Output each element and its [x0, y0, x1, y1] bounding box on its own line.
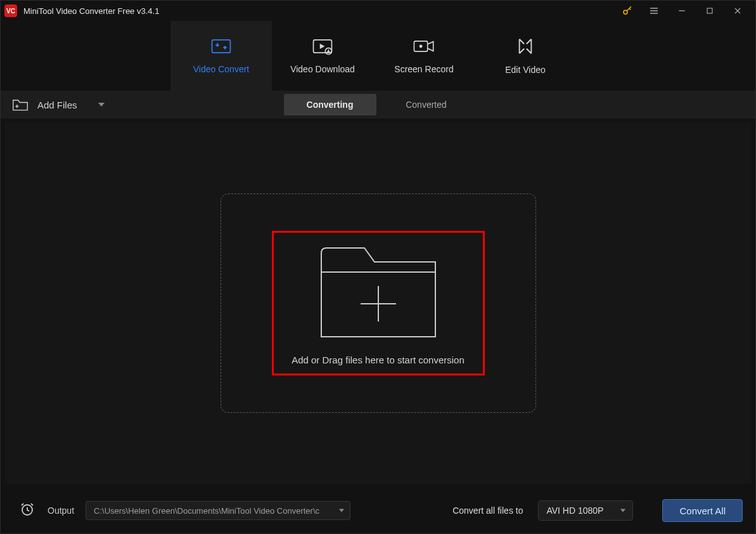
tab-video-convert[interactable]: Video Convert [170, 21, 272, 91]
tab-converting-label: Converting [307, 100, 354, 110]
chevron-down-icon [338, 508, 345, 513]
svg-marker-10 [320, 44, 325, 49]
minimize-button[interactable] [668, 1, 696, 20]
chevron-down-icon [620, 508, 626, 513]
tab-converting[interactable]: Converting [284, 94, 376, 115]
svg-marker-21 [339, 509, 344, 512]
output-label: Output [48, 505, 74, 516]
tab-label: Screen Record [394, 64, 453, 74]
chevron-down-icon [98, 101, 105, 108]
key-icon [622, 5, 633, 16]
add-files-icon [12, 98, 29, 112]
app-logo: VC [4, 4, 17, 17]
format-value: AVI HD 1080P [546, 505, 603, 516]
convert-all-button-label: Convert All [679, 505, 726, 516]
convert-all-button[interactable]: Convert All [662, 499, 743, 522]
maximize-icon [706, 7, 714, 15]
tab-converted-label: Converted [406, 100, 447, 110]
tab-converted[interactable]: Converted [380, 94, 473, 115]
svg-point-13 [420, 45, 423, 48]
maximize-button[interactable] [696, 1, 724, 20]
folder-plus-icon [319, 242, 438, 339]
download-icon [312, 37, 333, 55]
drop-zone-text: Add or Drag files here to start conversi… [292, 355, 464, 365]
tab-label: Video Download [290, 64, 355, 74]
clock-icon [20, 502, 35, 517]
svg-rect-5 [707, 8, 712, 13]
record-icon [413, 37, 435, 55]
add-files-label: Add Files [37, 100, 77, 110]
edit-icon [516, 37, 535, 56]
tab-label: Video Convert [193, 64, 249, 74]
svg-rect-8 [212, 40, 231, 53]
svg-marker-22 [620, 509, 625, 512]
tab-screen-record[interactable]: Screen Record [373, 21, 475, 91]
output-path-dropdown[interactable]: C:\Users\Helen Green\Documents\MiniTool … [86, 501, 350, 520]
minimize-icon [677, 6, 686, 15]
tab-video-download[interactable]: Video Download [272, 21, 373, 91]
app-window: VC MiniTool Video Converter Free v3.4.1 [0, 0, 756, 534]
svg-marker-16 [98, 103, 105, 107]
convert-icon [210, 37, 232, 55]
hamburger-menu-button[interactable] [640, 1, 668, 20]
close-button[interactable] [724, 1, 752, 20]
title-bar: VC MiniTool Video Converter Free v3.4.1 [1, 1, 755, 21]
bottom-bar: Output C:\Users\Helen Green\Documents\Mi… [1, 488, 755, 533]
upgrade-key-button[interactable] [615, 1, 640, 20]
schedule-button[interactable] [20, 502, 35, 519]
drop-zone[interactable]: Add or Drag files here to start conversi… [272, 231, 485, 375]
convert-all-label: Convert all files to [452, 505, 523, 516]
output-format-dropdown[interactable]: AVI HD 1080P [538, 500, 633, 521]
svg-point-0 [624, 10, 627, 14]
app-title: MiniTool Video Converter Free v3.4.1 [23, 6, 159, 16]
main-panel: Add or Drag files here to start conversi… [4, 122, 752, 484]
main-tabs: Video Convert Video Download Screen Reco… [1, 21, 755, 91]
drop-zone-outer: Add or Drag files here to start conversi… [221, 193, 536, 413]
hamburger-icon [649, 6, 659, 16]
tab-label: Edit Video [505, 65, 546, 75]
add-files-button[interactable]: Add Files [12, 98, 105, 112]
tab-edit-video[interactable]: Edit Video [475, 21, 576, 91]
close-icon [733, 6, 742, 15]
output-path-text: C:\Users\Helen Green\Documents\MiniTool … [94, 506, 333, 516]
sub-toolbar: Add Files Converting Converted [1, 91, 755, 119]
